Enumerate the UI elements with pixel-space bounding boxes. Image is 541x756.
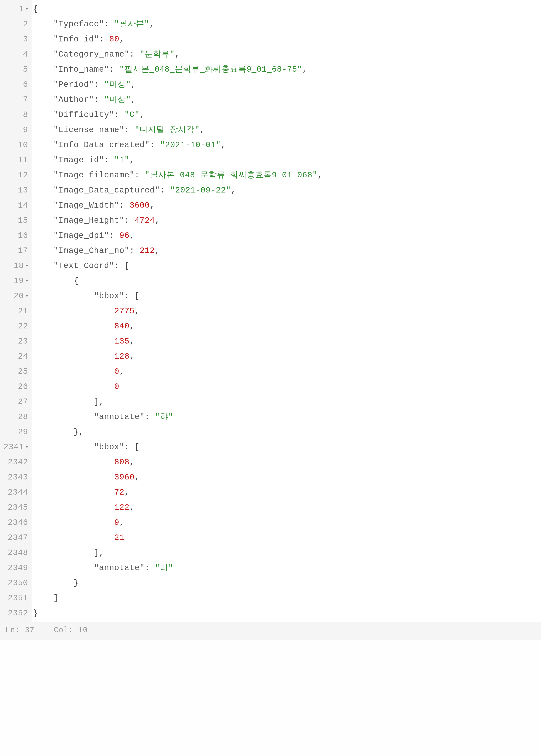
line-number[interactable]: 20 [3,289,28,304]
indent [33,337,114,346]
line-number[interactable]: 2342 [3,455,28,470]
line-number[interactable]: 2343 [3,470,28,485]
code-line[interactable]: 122, [33,500,541,515]
code-line[interactable]: "Image_Data_captured": "2021-09-22", [33,183,541,198]
code-line[interactable]: "Info_Data_created": "2021-10-01", [33,138,541,153]
line-number-gutter[interactable]: 1234567891011121314151617181920212223242… [0,0,32,622]
code-line[interactable]: "Info_name": "필사본_048_문학류_화씨충효록9_01_68-7… [33,62,541,77]
line-number[interactable]: 16 [3,228,28,243]
code-line[interactable]: } [33,575,541,591]
line-number-label: 2 [23,20,28,29]
line-number[interactable]: 2348 [3,545,28,560]
code-line[interactable]: "Image_dpi": 96, [33,228,541,243]
line-number[interactable]: 11 [3,153,28,168]
line-number[interactable]: 21 [3,304,28,319]
code-line[interactable]: "Category_name": "문학류", [33,47,541,62]
line-number-label: 2352 [8,609,28,618]
code-line[interactable]: 72, [33,485,541,500]
line-number[interactable]: 2349 [3,560,28,575]
line-number[interactable]: 29 [3,424,28,439]
line-number[interactable]: 2346 [3,515,28,530]
line-number[interactable]: 3 [3,32,28,47]
code-content[interactable]: { "Typeface": "필사본", "Info_id": 80, "Cat… [32,0,541,622]
code-line[interactable]: 128, [33,349,541,364]
line-number[interactable]: 2345 [3,500,28,515]
line-number[interactable]: 23 [3,334,28,349]
code-line[interactable]: 840, [33,319,541,334]
code-line[interactable]: "Image_Width": 3600, [33,198,541,213]
line-number[interactable]: 24 [3,349,28,364]
code-line[interactable]: 9, [33,515,541,530]
code-line[interactable]: 135, [33,334,541,349]
line-number[interactable]: 2344 [3,485,28,500]
code-area[interactable]: 1234567891011121314151617181920212223242… [0,0,541,622]
code-line[interactable]: 3960, [33,470,541,485]
line-number[interactable]: 2351 [3,591,28,606]
line-number[interactable]: 18 [3,258,28,274]
code-line[interactable]: } [33,606,541,621]
line-number[interactable]: 10 [3,138,28,153]
fold-toggle-icon[interactable] [26,446,28,448]
token-key: "Image_Data_captured" [53,186,160,195]
fold-toggle-icon[interactable] [26,8,28,10]
fold-toggle-icon[interactable] [26,280,28,282]
code-line[interactable]: ], [33,394,541,409]
line-number-label: 18 [14,261,24,271]
token-num: 128 [114,352,130,361]
code-line[interactable]: 0 [33,379,541,394]
line-number[interactable]: 19 [3,274,28,289]
code-line[interactable]: "Image_Char_no": 212, [33,243,541,258]
token-key: "annotate" [94,563,145,573]
code-line[interactable]: "Author": "미상", [33,92,541,107]
token-num: 0 [114,382,119,391]
code-line[interactable]: 2775, [33,304,541,319]
code-line[interactable]: "Text_Coord": [ [33,258,541,274]
code-line[interactable]: { [33,274,541,289]
code-line[interactable]: ] [33,591,541,606]
code-line[interactable]: "Period": "미상", [33,77,541,92]
line-number[interactable]: 28 [3,409,28,424]
code-line[interactable]: 21 [33,530,541,545]
line-number[interactable]: 8 [3,107,28,122]
line-number[interactable]: 2341 [3,439,28,455]
fold-toggle-icon[interactable] [26,295,28,297]
code-line[interactable]: }, [33,424,541,439]
line-number[interactable]: 14 [3,198,28,213]
code-line[interactable]: "bbox": [ [33,439,541,455]
line-number[interactable]: 13 [3,183,28,198]
line-number[interactable]: 2 [3,17,28,32]
code-line[interactable]: 0, [33,364,541,379]
token-num: 9 [114,518,119,527]
code-line[interactable]: "annotate": "리" [33,560,541,575]
code-line[interactable]: "Image_Height": 4724, [33,213,541,228]
line-number[interactable]: 22 [3,319,28,334]
code-line[interactable]: "Typeface": "필사본", [33,17,541,32]
line-number[interactable]: 6 [3,77,28,92]
fold-toggle-icon[interactable] [26,265,28,267]
line-number[interactable]: 4 [3,47,28,62]
code-line[interactable]: "bbox": [ [33,289,541,304]
line-number[interactable]: 2352 [3,606,28,621]
code-line[interactable]: ], [33,545,541,560]
line-number[interactable]: 1 [3,2,28,17]
code-line[interactable]: "annotate": "햐" [33,409,541,424]
code-line[interactable]: "License_name": "디지털 장서각", [33,122,541,138]
line-number[interactable]: 9 [3,122,28,138]
code-line[interactable]: "Image_id": "1", [33,153,541,168]
line-number[interactable]: 25 [3,364,28,379]
line-number[interactable]: 12 [3,168,28,183]
code-line[interactable]: { [33,2,541,17]
line-number[interactable]: 27 [3,394,28,409]
line-number[interactable]: 17 [3,243,28,258]
code-line[interactable]: "Image_filename": "필사본_048_문학류_화씨충효록9_01… [33,168,541,183]
line-number[interactable]: 5 [3,62,28,77]
code-line[interactable]: "Info_id": 80, [33,32,541,47]
line-number[interactable]: 7 [3,92,28,107]
code-line[interactable]: 808, [33,455,541,470]
line-number[interactable]: 2350 [3,575,28,591]
token-punc: , [175,50,180,59]
line-number[interactable]: 26 [3,379,28,394]
code-line[interactable]: "Difficulty": "C", [33,107,541,122]
line-number[interactable]: 15 [3,213,28,228]
line-number[interactable]: 2347 [3,530,28,545]
